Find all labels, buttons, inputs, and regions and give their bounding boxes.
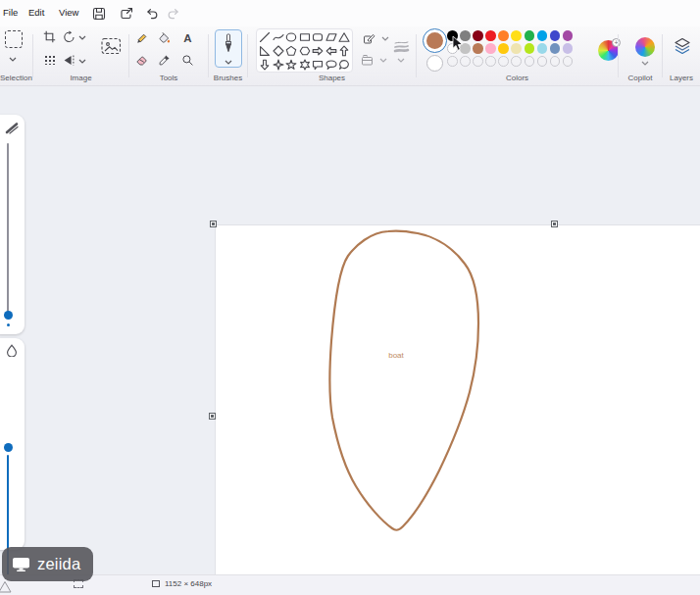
redo-icon[interactable] [165,5,181,22]
opacity-slider-panel [0,338,25,550]
fill-icon[interactable] [158,32,171,45]
palette-swatch[interactable] [498,30,509,41]
custom-color-slot[interactable] [498,56,509,67]
menu-bar: File Edit View [0,0,700,26]
palette-swatch[interactable] [473,30,483,41]
shape-outline-icon[interactable] [363,32,375,45]
edit-colors-icon[interactable]: + [598,40,619,61]
palette-swatch[interactable] [550,30,561,41]
rounded-rectangle-shape-icon[interactable] [311,30,325,44]
palette-swatch[interactable] [511,43,522,54]
star-four-shape-icon[interactable] [272,58,285,72]
pencil-icon[interactable] [135,32,148,45]
star-five-shape-icon[interactable] [284,58,298,72]
arrow-left-shape-icon[interactable] [325,44,338,58]
share-icon[interactable] [118,5,134,22]
canvas-size-status: 1152 × 648px [152,579,212,588]
magnifier-icon[interactable] [181,54,194,67]
undo-icon[interactable] [143,5,160,22]
layers-icon[interactable] [673,36,692,56]
rectangle-shape-icon[interactable] [298,30,312,44]
custom-color-slot[interactable] [485,56,496,67]
image-group-label: Image [33,74,128,82]
save-icon[interactable] [90,5,107,22]
menu-edit[interactable]: Edit [28,7,44,18]
stroke-size-icon[interactable] [392,39,410,53]
brush-icon [223,33,234,55]
brushes-tool[interactable] [215,29,242,68]
copilot-chevron-icon[interactable] [641,61,649,66]
arrow-down-shape-icon[interactable] [258,58,272,72]
flip-icon[interactable] [63,54,75,67]
primary-color-swatch[interactable] [423,28,447,53]
shapes-group-label: Shapes [248,74,416,82]
eraser-icon[interactable] [135,54,148,67]
star-six-shape-icon[interactable] [298,58,312,72]
hexagon-shape-icon[interactable] [298,44,312,58]
color-palette [447,30,575,69]
selection-chevron-icon[interactable] [9,57,17,62]
canvas-handle-left-middle[interactable] [209,413,216,420]
secondary-color-swatch[interactable] [426,55,443,72]
custom-color-slot[interactable] [525,56,535,67]
speech-oval-shape-icon[interactable] [325,58,338,72]
speech-round-shape-icon[interactable] [337,58,351,72]
palette-swatch[interactable] [511,30,522,41]
speech-rectangle-shape-icon[interactable] [311,58,325,72]
palette-swatch[interactable] [563,43,574,54]
arrow-right-shape-icon[interactable] [311,44,325,58]
shape-fill-icon[interactable] [361,54,374,67]
menu-view[interactable]: View [59,7,78,18]
ellipse-shape-icon[interactable] [284,30,298,44]
palette-swatch[interactable] [525,43,535,54]
line-shape-icon[interactable] [258,30,272,44]
custom-color-slot[interactable] [550,56,561,67]
color-picker-icon[interactable] [158,54,171,67]
custom-color-slot[interactable] [460,56,471,67]
right-triangle-shape-icon[interactable] [258,44,272,58]
curve-shape-icon[interactable] [272,30,285,44]
mouse-cursor [452,35,464,52]
pentagon-shape-icon[interactable] [284,44,298,58]
palette-swatch[interactable] [550,43,561,54]
stroke-size-chevron-icon[interactable] [397,58,405,63]
size-icon [5,122,19,134]
copilot-icon[interactable] [635,37,655,57]
rotate-icon[interactable] [63,30,75,43]
canvas-annotation: boat [376,351,416,360]
custom-color-slot[interactable] [473,56,483,67]
canvas-handle-top-middle[interactable] [551,221,558,227]
palette-swatch[interactable] [485,43,496,54]
opacity-slider-thumb[interactable] [4,443,13,452]
palette-swatch[interactable] [525,30,535,41]
shape-fill-chevron-icon[interactable] [379,58,387,63]
custom-color-slot[interactable] [537,56,548,67]
custom-color-slot[interactable] [511,56,522,67]
shape-outline-chevron-icon[interactable] [381,36,389,41]
selection-tool[interactable] [5,30,23,48]
palette-swatch[interactable] [537,30,548,41]
arrow-up-shape-icon[interactable] [337,44,351,58]
diamond-shape-icon[interactable] [272,44,285,58]
size-slider-thumb[interactable] [4,311,13,320]
image-options-icon[interactable] [101,37,122,55]
palette-swatch[interactable] [537,43,548,54]
crop-icon[interactable] [43,30,56,43]
palette-swatch[interactable] [498,43,509,54]
rotate-chevron-icon[interactable] [78,35,86,40]
menu-file[interactable]: File [3,7,18,18]
canvas-handle-top-left[interactable] [210,221,217,227]
palette-swatch[interactable] [563,30,574,41]
workspace: boat [0,86,700,574]
custom-color-slot[interactable] [447,56,458,67]
corner-triangle-icon [0,580,13,593]
palette-swatch[interactable] [473,43,483,54]
resize-icon[interactable] [43,54,55,65]
text-tool-icon[interactable]: A [181,31,194,44]
parallelogram-shape-icon[interactable] [325,30,338,44]
flip-chevron-icon[interactable] [78,59,86,64]
size-slider-track[interactable] [7,143,9,312]
triangle-shape-icon[interactable] [337,30,351,44]
palette-swatch[interactable] [485,30,496,41]
custom-color-slot[interactable] [563,56,574,67]
